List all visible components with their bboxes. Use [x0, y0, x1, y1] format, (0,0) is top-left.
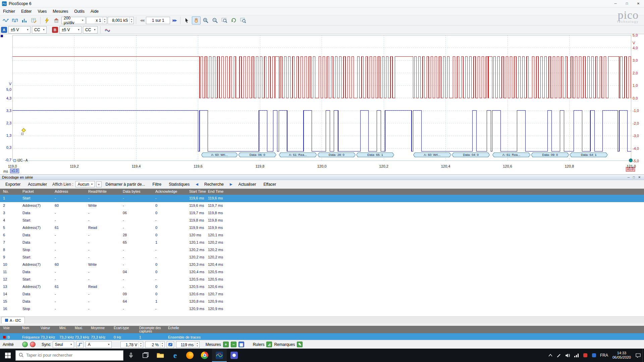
- decode-table-row[interactable]: 16Stop----120,9 ms120,9 ms: [0, 305, 644, 313]
- pico-tray-icon[interactable]: [590, 349, 598, 362]
- action-center-icon[interactable]: [634, 349, 642, 362]
- title-bar[interactable]: PicoScope 6 ─ □ ✕: [0, 0, 644, 7]
- spinner-arrows[interactable]: ▲▼: [103, 17, 107, 24]
- sample-count-spinner[interactable]: 8,001 kS▲▼: [108, 17, 134, 24]
- search-input[interactable]: [26, 353, 120, 358]
- measure-header-cell[interactable]: Mini.: [56, 326, 72, 333]
- file-explorer-icon[interactable]: [153, 349, 168, 362]
- x-zoom-badge-left[interactable]: x1.0: [10, 169, 19, 173]
- trigger-marker-icon[interactable]: [629, 159, 633, 162]
- decode-table-row[interactable]: 4Start----119,8 ms119,8 ms: [0, 217, 644, 224]
- signal-generator-icon[interactable]: [43, 16, 51, 24]
- statistics-button[interactable]: Statistiques: [165, 181, 193, 188]
- zoom-in-icon[interactable]: [201, 16, 210, 24]
- buffer-nav-box[interactable]: 1 sur 1: [146, 17, 170, 24]
- measure-header-cell[interactable]: Nom: [19, 326, 38, 333]
- decode-chip[interactable]: Data- 64: 1: [570, 153, 607, 157]
- search-button[interactable]: Recherche: [201, 181, 227, 188]
- spinner-arrows[interactable]: ▲▼: [160, 342, 164, 348]
- decode-table-row[interactable]: 14Data--090120,6 ms120,7 ms: [0, 291, 644, 298]
- maximize-button[interactable]: □: [621, 0, 633, 7]
- search-next-icon[interactable]: ▶: [228, 181, 234, 187]
- channel-a-range-select[interactable]: ±5 V▼: [8, 26, 31, 34]
- decode-header-cell[interactable]: Start Time: [186, 189, 205, 195]
- add-link-button[interactable]: +: [96, 181, 102, 187]
- chrome-icon[interactable]: [197, 349, 212, 362]
- measure-header-cell[interactable]: Voie: [0, 326, 19, 333]
- panel-minimize-icon[interactable]: ─: [628, 176, 630, 179]
- measure-header-cell[interactable]: Écart-type: [111, 326, 136, 333]
- decode-header-cell[interactable]: No.: [0, 189, 19, 195]
- decode-chip[interactable]: A- 60: Wri...: [201, 153, 238, 157]
- cortana-mic-icon[interactable]: [123, 349, 138, 362]
- pointer-tool-icon[interactable]: [182, 16, 191, 24]
- decode-chip[interactable]: Data- 28: 0: [318, 153, 356, 157]
- menu-item-vues[interactable]: Vues: [35, 8, 50, 15]
- decode-chip[interactable]: A- 60: Wri...: [413, 153, 451, 157]
- delete-measure-button[interactable]: −: [231, 342, 236, 347]
- decode-table-row[interactable]: 13Address(7)61Read-0120,5 ms120,6 ms: [0, 283, 644, 291]
- panel-maximize-icon[interactable]: □: [633, 176, 635, 179]
- decode-header-cell[interactable]: Data bytes: [120, 189, 152, 195]
- filter-button[interactable]: Filtre: [149, 181, 165, 188]
- menu-item-outils[interactable]: Outils: [71, 8, 88, 15]
- antivirus-tray-icon[interactable]: [581, 349, 590, 362]
- channel-a-coupling-select[interactable]: CC▼: [32, 26, 47, 34]
- picoscope-taskbar-icon[interactable]: [212, 349, 227, 362]
- decode-table-row[interactable]: 7Data--651120,1 ms120,2 ms: [0, 239, 644, 246]
- decode-table-row[interactable]: 3Data--060119,7 ms119,8 ms: [0, 209, 644, 217]
- decode-header-cell[interactable]: Read/Write: [85, 189, 120, 195]
- start-capture-button[interactable]: [22, 342, 28, 347]
- probe-settings-icon[interactable]: [103, 26, 112, 34]
- channel-b-range-select[interactable]: ±5 V▼: [59, 26, 82, 34]
- trigger-edge-icon[interactable]: [76, 341, 84, 348]
- decode-header-cell[interactable]: Packet: [19, 189, 52, 195]
- stop-capture-button[interactable]: [30, 342, 36, 347]
- scope-area[interactable]: V V ms x1.0 x1.0 I2C - A 5,04,33,32,31,3…: [0, 34, 644, 174]
- channel-b-chip[interactable]: B: [52, 27, 58, 33]
- rulers-icon[interactable]: ⊿: [266, 342, 272, 347]
- pen-tray-icon[interactable]: [555, 349, 564, 362]
- hand-tool-icon[interactable]: [192, 16, 201, 24]
- decode-table-row[interactable]: 8Stop----120,2 ms120,2 ms: [0, 246, 644, 254]
- start-button[interactable]: [0, 349, 15, 362]
- timebase-select[interactable]: 200 µs/div▼: [61, 17, 86, 24]
- measure-header-cell[interactable]: Echelle: [165, 326, 644, 333]
- show-desktop-button[interactable]: [642, 349, 644, 362]
- task-view-icon[interactable]: [138, 349, 153, 362]
- spinner-arrows[interactable]: ▲▼: [195, 342, 199, 348]
- menu-item-aide[interactable]: Aide: [88, 8, 102, 15]
- decode-chip[interactable]: A- 61: Rea...: [492, 153, 530, 157]
- measure-table-row[interactable]: BFréquence73,3 kHz73,3 kHz73,3 kHz73,3 k…: [0, 333, 644, 340]
- edit-measure-button[interactable]: ▦: [238, 342, 244, 347]
- decode-table-row[interactable]: 9Start----120,2 ms120,2 ms: [0, 254, 644, 261]
- measure-header-cell[interactable]: Moyenne: [88, 326, 111, 333]
- decode-chip[interactable]: A- 61: Rea...: [279, 153, 317, 157]
- channel-b-coupling-select[interactable]: CC▼: [83, 26, 98, 34]
- accumulate-button[interactable]: Accumuler: [24, 181, 50, 188]
- link-display-select[interactable]: Aucun▼: [75, 181, 95, 187]
- decode-table-row[interactable]: 5Address(7)61Read-0119,9 ms119,9 ms: [0, 224, 644, 232]
- trigger-source-select[interactable]: A▼: [86, 341, 112, 348]
- decode-table-row[interactable]: 6Data--280120 ms120,1 ms: [0, 232, 644, 239]
- trigger-time-icon[interactable]: [167, 341, 174, 348]
- spectrum-view-icon[interactable]: [20, 16, 29, 24]
- add-measure-button[interactable]: +: [223, 342, 229, 347]
- zoom-factor-spinner[interactable]: x 1▲▼: [86, 17, 107, 24]
- panel-close-icon[interactable]: ✕: [638, 176, 641, 179]
- decode-panel-titlebar[interactable]: Décodage en série ─ □ ✕: [0, 175, 644, 180]
- decode-table-row[interactable]: 11Data--040120,4 ms120,5 ms: [0, 268, 644, 276]
- measure-header-cell[interactable]: Maxi.: [72, 326, 88, 333]
- buffer-prev-icon[interactable]: ◀◀: [138, 18, 145, 22]
- decode-source-tag[interactable]: I2C - A: [13, 159, 28, 162]
- minimize-button[interactable]: ─: [610, 0, 621, 7]
- decode-chip[interactable]: Data- 09: 0: [531, 153, 569, 157]
- ruler-anchor-icon[interactable]: [21, 133, 23, 135]
- decode-table-row[interactable]: 2Address(7)60Write-0119,6 ms119,7 ms: [0, 202, 644, 209]
- marquee-zoom-icon[interactable]: [220, 16, 229, 24]
- start-from-button[interactable]: Démarr­er à partir de...: [102, 181, 149, 188]
- decode-chip[interactable]: Data- 04: 0: [452, 153, 490, 157]
- decode-chip[interactable]: Data- 06: 0: [238, 153, 276, 157]
- decode-table-row[interactable]: 12Start----120,5 ms120,5 ms: [0, 276, 644, 283]
- decode-table-row[interactable]: 10Address(7)60Write-0120,3 ms120,4 ms: [0, 261, 644, 268]
